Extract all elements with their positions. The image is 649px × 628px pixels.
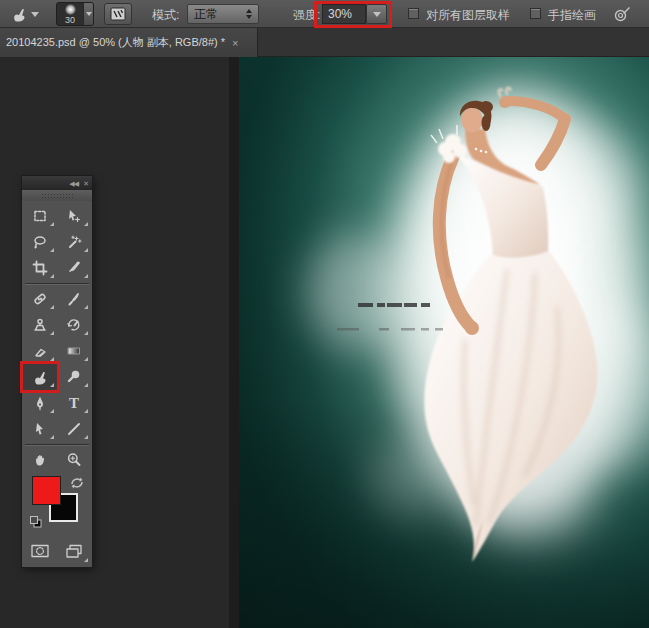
close-panel-icon[interactable]: ✕ xyxy=(83,180,88,187)
rectangular-marquee-icon xyxy=(32,208,48,224)
tool-crop[interactable] xyxy=(23,255,57,281)
line-icon xyxy=(66,421,82,437)
document-title: 20104235.psd @ 50% (人物 副本, RGB/8#) * xyxy=(6,35,225,50)
chevron-down-icon xyxy=(86,12,92,16)
tool-grid: T xyxy=(23,203,91,473)
screen-mode-icon xyxy=(64,543,84,559)
zoom-icon xyxy=(66,452,82,468)
checkbox-icon xyxy=(530,8,541,19)
brush-size-value: 30 xyxy=(57,15,83,25)
panel-grip-handle[interactable] xyxy=(22,190,92,201)
eyedropper-icon xyxy=(66,260,82,276)
tool-smudge[interactable] xyxy=(23,364,57,390)
tool-clone-stamp[interactable] xyxy=(23,312,57,338)
airbrush-icon xyxy=(612,4,632,24)
quick-mask-icon xyxy=(30,543,50,559)
crop-icon xyxy=(32,260,48,276)
bandage-icon xyxy=(32,291,48,307)
eraser-icon xyxy=(32,343,48,359)
screen-mode-button[interactable] xyxy=(57,537,91,565)
quick-mask-button[interactable] xyxy=(23,537,57,565)
tab-close-icon[interactable]: × xyxy=(232,37,238,49)
magic-wand-icon xyxy=(66,234,82,250)
hand-icon xyxy=(32,452,48,468)
tool-line[interactable] xyxy=(57,416,91,442)
mode-dropdown-value: 正常 xyxy=(194,6,218,23)
tool-rectangular-marquee[interactable] xyxy=(23,203,57,229)
brush-icon xyxy=(66,291,82,307)
document-canvas[interactable] xyxy=(239,57,649,628)
tool-preset-picker[interactable] xyxy=(6,3,48,25)
default-colors-icon[interactable] xyxy=(29,515,43,533)
strength-dropdown-arrow[interactable] xyxy=(366,4,387,24)
tablet-pressure-button[interactable] xyxy=(612,4,632,24)
mode-label: 模式: xyxy=(152,7,179,24)
tool-spot-healing-brush[interactable] xyxy=(23,286,57,312)
path-selection-icon xyxy=(32,421,48,437)
tool-zoom[interactable] xyxy=(57,447,91,473)
strength-label: 强度: xyxy=(293,7,320,24)
collapse-panel-icon[interactable]: ◀◀ xyxy=(69,180,78,187)
checkbox-icon xyxy=(408,8,419,19)
brush-tip-icon xyxy=(65,4,76,15)
toggle-brush-panel-button[interactable] xyxy=(104,3,132,25)
tool-eraser[interactable] xyxy=(23,338,57,364)
brush-panel-icon xyxy=(109,6,127,22)
tool-move[interactable] xyxy=(57,203,91,229)
smudge-tool-icon xyxy=(11,6,28,23)
history-brush-icon xyxy=(66,317,82,333)
tool-options-bar: 30 模式: 正常 强度: 30% xyxy=(0,0,649,28)
tools-panel: ◀◀ ✕ xyxy=(22,176,92,567)
document-tab-bar: 20104235.psd @ 50% (人物 副本, RGB/8#) * × xyxy=(0,28,649,57)
smudge-icon xyxy=(32,369,49,386)
type-tool-icon: T xyxy=(69,396,79,411)
pen-icon xyxy=(32,395,48,411)
tool-pen[interactable] xyxy=(23,390,57,416)
updown-arrows-icon xyxy=(246,9,252,19)
photoshop-window: 30 模式: 正常 强度: 30% xyxy=(0,0,649,628)
chevron-down-icon xyxy=(373,12,381,17)
move-tool-icon xyxy=(66,208,82,224)
brush-preview: 30 xyxy=(57,3,83,25)
canvas-left-edge xyxy=(229,57,239,628)
tool-eyedropper[interactable] xyxy=(57,255,91,281)
swap-colors-icon[interactable] xyxy=(69,475,85,495)
dodge-icon xyxy=(66,369,82,385)
tool-gradient[interactable] xyxy=(57,338,91,364)
bride-photo xyxy=(239,57,649,628)
mode-buttons xyxy=(23,537,91,565)
tool-type[interactable]: T xyxy=(57,390,91,416)
gradient-icon xyxy=(66,343,82,359)
lasso-icon xyxy=(32,234,48,250)
strength-value: 30% xyxy=(328,7,352,21)
tool-brush[interactable] xyxy=(57,286,91,312)
sample-all-layers-checkbox[interactable] xyxy=(408,8,419,19)
finger-painting-checkbox[interactable] xyxy=(530,8,541,19)
chevron-down-icon xyxy=(31,12,39,17)
sample-all-layers-label: 对所有图层取样 xyxy=(426,7,510,24)
tool-history-brush[interactable] xyxy=(57,312,91,338)
tool-dodge[interactable] xyxy=(57,364,91,390)
mode-dropdown[interactable]: 正常 xyxy=(187,4,259,24)
tool-magic-wand[interactable] xyxy=(57,229,91,255)
tools-panel-header[interactable]: ◀◀ ✕ xyxy=(22,176,92,190)
brush-picker-arrow[interactable] xyxy=(83,3,93,25)
clone-stamp-icon xyxy=(32,317,48,333)
color-swatch-area xyxy=(23,473,91,537)
tool-path-selection[interactable] xyxy=(23,416,57,442)
finger-painting-label: 手指绘画 xyxy=(548,7,596,24)
foreground-color-swatch[interactable] xyxy=(32,476,61,505)
document-tab[interactable]: 20104235.psd @ 50% (人物 副本, RGB/8#) * × xyxy=(0,28,258,57)
strength-input[interactable]: 30% xyxy=(322,4,366,24)
tool-lasso[interactable] xyxy=(23,229,57,255)
tool-hand[interactable] xyxy=(23,447,57,473)
brush-preset-picker[interactable]: 30 xyxy=(56,2,94,26)
